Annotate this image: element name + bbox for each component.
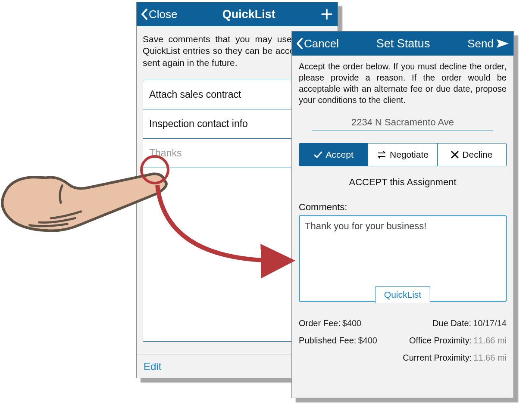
chevron-left-icon — [141, 9, 148, 20]
comments-label: Comments: — [299, 202, 507, 213]
close-button[interactable]: Close — [141, 8, 177, 21]
address-field[interactable]: 2234 N Sacramento Ave — [312, 117, 493, 131]
decline-button[interactable]: Decline — [438, 143, 506, 166]
quicklist-tab-button[interactable]: QuickList — [375, 286, 430, 304]
check-icon — [314, 151, 322, 159]
plus-icon — [320, 8, 333, 21]
office-proximity: Office Proximity: 11.66 mi — [409, 332, 507, 349]
negotiate-label: Negotiate — [390, 150, 429, 160]
quicklist-title: QuickList — [222, 8, 275, 21]
order-fee-value: $400 — [342, 315, 362, 332]
set-status-screen: Cancel Set Status Send Accept the order … — [291, 31, 514, 398]
cancel-label: Cancel — [304, 37, 339, 50]
negotiate-button[interactable]: Negotiate — [368, 143, 437, 166]
cancel-button[interactable]: Cancel — [296, 37, 339, 50]
published-fee-label: Published Fee: — [299, 332, 356, 349]
set-status-description: Accept the order below. If you must decl… — [299, 61, 507, 106]
due-date-label: Due Date: — [432, 315, 471, 332]
quicklist-header: Close QuickList — [137, 2, 338, 26]
decline-label: Decline — [462, 150, 492, 160]
accept-label: Accept — [326, 150, 354, 160]
send-label: Send — [467, 37, 494, 50]
add-button[interactable] — [320, 8, 333, 21]
office-proximity-label: Office Proximity: — [409, 332, 472, 349]
published-fee: Published Fee: $400 — [299, 332, 377, 349]
current-proximity-label: Current Proximity: — [403, 349, 472, 366]
send-button[interactable]: Send — [467, 37, 509, 50]
office-proximity-value: 11.66 mi — [473, 332, 507, 349]
current-proximity-value: 11.66 mi — [473, 349, 507, 366]
send-icon — [496, 38, 509, 49]
set-status-header: Cancel Set Status Send — [292, 31, 513, 56]
chevron-left-icon — [296, 38, 303, 49]
due-date: Due Date: 10/17/14 — [432, 315, 507, 332]
accept-button[interactable]: Accept — [299, 143, 368, 166]
action-segmented-control: Accept Negotiate Decline — [299, 143, 507, 166]
published-fee-value: $400 — [358, 332, 377, 349]
current-proximity: Current Proximity: 11.66 mi — [403, 349, 507, 366]
swap-icon — [377, 150, 386, 159]
close-icon — [451, 151, 459, 159]
close-label: Close — [149, 8, 177, 21]
order-fee: Order Fee: $400 — [299, 315, 361, 332]
order-info: Order Fee: $400 Due Date: 10/17/14 Publi… — [299, 315, 507, 366]
list-item-label: Attach sales contract — [149, 89, 241, 100]
order-fee-label: Order Fee: — [299, 315, 341, 332]
accept-assignment-text: ACCEPT this Assignment — [299, 177, 507, 188]
set-status-title: Set Status — [376, 37, 430, 50]
list-item-label: Thanks — [149, 147, 182, 159]
edit-label: Edit — [144, 361, 161, 373]
due-date-value: 10/17/14 — [473, 315, 507, 332]
list-item-label: Inspection contact info — [149, 118, 248, 130]
